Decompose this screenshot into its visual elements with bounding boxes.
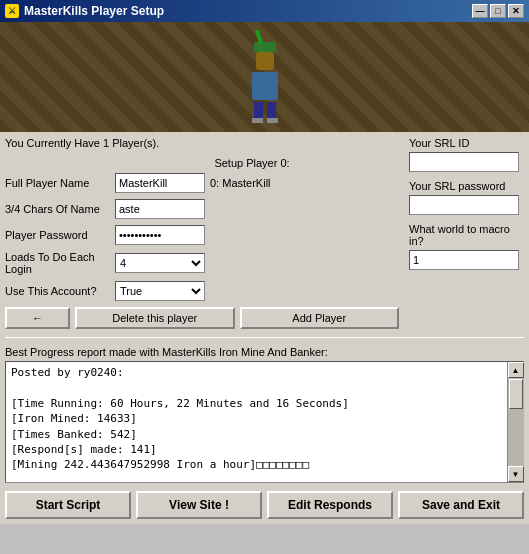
section-divider [5,337,524,338]
progress-text-area: Posted by ry0240: [Time Running: 60 Hour… [6,362,507,482]
right-panel: Your SRL ID Your SRL password What world… [404,137,524,329]
char-feet [245,118,285,123]
full-player-name-input[interactable] [115,173,205,193]
nav-buttons: ← Delete this player Add Player [5,307,399,329]
char-foot-right [267,118,278,123]
srl-id-input[interactable] [409,152,519,172]
delete-player-button[interactable]: Delete this player [75,307,235,329]
game-area [0,22,529,132]
close-button[interactable]: ✕ [508,4,524,18]
scroll-thumb[interactable] [509,379,523,409]
use-account-row: Use This Account? True False [5,281,399,301]
use-account-label: Use This Account? [5,285,115,297]
title-bar-left: ⚔ MasterKills Player Setup [5,4,164,18]
player-count-text: You Currently Have 1 Player(s). [5,137,399,149]
character-sprite [245,42,285,112]
char-helmet [254,42,276,52]
three-quarter-name-row: 3/4 Chars Of Name [5,199,399,219]
full-player-name-row: Full Player Name 0: MasterKill [5,173,399,193]
srl-password-label: Your SRL password [409,180,524,192]
player-extra-text: 0: MasterKill [210,177,271,189]
start-script-button[interactable]: Start Script [5,491,131,519]
char-leg-right [267,102,276,118]
title-text: MasterKills Player Setup [24,4,164,18]
back-button[interactable]: ← [5,307,70,329]
view-site-button[interactable]: View Site ! [136,491,262,519]
player-password-label: Player Password [5,229,115,241]
title-bar: ⚔ MasterKills Player Setup — □ ✕ [0,0,529,22]
window-controls: — □ ✕ [472,4,524,18]
save-and-exit-button[interactable]: Save and Exit [398,491,524,519]
char-leg-left [254,102,263,118]
use-account-select[interactable]: True False [115,281,205,301]
progress-box-container: Posted by ry0240: [Time Running: 60 Hour… [5,361,524,483]
char-legs [245,102,285,118]
scroll-track [508,378,524,466]
char-body [252,72,278,100]
maximize-button[interactable]: □ [490,4,506,18]
scroll-up-arrow[interactable]: ▲ [508,362,524,378]
progress-title: Best Progress report made with MasterKil… [5,346,524,358]
left-panel: You Currently Have 1 Player(s). Setup Pl… [5,137,399,329]
scroll-down-arrow[interactable]: ▼ [508,466,524,482]
char-foot-left [252,118,263,123]
three-quarter-name-label: 3/4 Chars Of Name [5,203,115,215]
add-player-button[interactable]: Add Player [240,307,400,329]
world-input[interactable] [409,250,519,270]
form-area: You Currently Have 1 Player(s). Setup Pl… [5,137,524,329]
bottom-buttons: Start Script View Site ! Edit Responds S… [5,491,524,519]
player-password-row: Player Password [5,225,399,245]
progress-section: Best Progress report made with MasterKil… [5,346,524,483]
scrollbar: ▲ ▼ [507,362,523,482]
world-label: What world to macro in? [409,223,524,247]
srl-password-input[interactable] [409,195,519,215]
three-quarter-name-input[interactable] [115,199,205,219]
main-content: You Currently Have 1 Player(s). Setup Pl… [0,132,529,524]
loads-label: Loads To Do Each Login [5,251,115,275]
app-icon: ⚔ [5,4,19,18]
setup-title: Setup Player 0: [105,157,399,169]
loads-row: Loads To Do Each Login 4 1 2 3 5 [5,251,399,275]
loads-select[interactable]: 4 1 2 3 5 [115,253,205,273]
minimize-button[interactable]: — [472,4,488,18]
player-password-input[interactable] [115,225,205,245]
full-player-name-label: Full Player Name [5,177,115,189]
edit-responds-button[interactable]: Edit Responds [267,491,393,519]
char-head [256,52,274,70]
srl-id-label: Your SRL ID [409,137,524,149]
